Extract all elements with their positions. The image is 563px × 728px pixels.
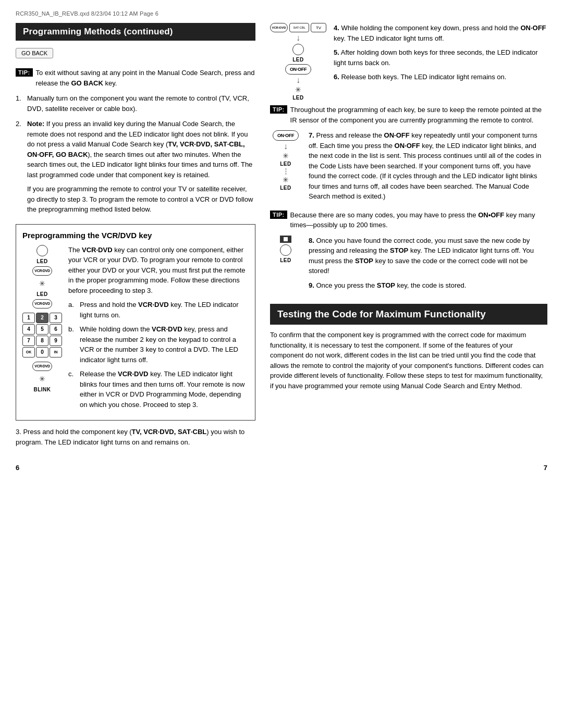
step7-diagram: ON·OFF ↓ ✳ LED ✳ LED xyxy=(270,130,301,206)
step4-text: 4. While holding the component key down,… xyxy=(334,23,547,43)
step3: 3. Press and hold the component key (TV,… xyxy=(16,427,255,447)
dial-step7: ✳ xyxy=(283,152,289,159)
on-off-btn-step4[interactable]: ON·OFF xyxy=(285,64,311,75)
preprogram-diagram: LED VCR·DVD ✳ LED xyxy=(22,245,62,414)
list-item: Note: If you press an invalid key during… xyxy=(16,119,255,215)
testing-title: Testing the Code for Maximum Functionali… xyxy=(270,304,547,325)
top-mode-buttons: VCR·DVD SAT·CBL TV xyxy=(270,23,326,32)
arrow-down-2: ↓ xyxy=(296,76,300,84)
step7-area: ON·OFF ↓ ✳ LED ✳ LED 7. Press and releas… xyxy=(270,130,547,206)
alpha-item-c: Release the VCR·DVD key. The LED indicat… xyxy=(68,369,249,410)
step6-text: 6. Release both keys. The LED indicator … xyxy=(334,72,547,82)
key-5[interactable]: 5 xyxy=(36,324,48,335)
arrow-down-1: ↓ xyxy=(296,34,300,42)
header-bar: RCR350_NA_IB_REVB.qxd 8/23/04 10:12 AM P… xyxy=(16,10,547,17)
vcr-dvd-button-3[interactable]: VCR·DVD xyxy=(32,362,52,371)
testing-text: To confirm that the component key is pro… xyxy=(270,330,547,391)
key-8[interactable]: 8 xyxy=(36,336,48,346)
key-1[interactable]: 1 xyxy=(22,313,35,323)
step9-text: 9. Once you press the STOP key, the code… xyxy=(309,280,547,291)
main-content: Programming Methods (continued) GO BACK … xyxy=(16,23,547,451)
preprogram-text: The VCR·DVD key can control only one com… xyxy=(68,245,249,414)
tip1-text: To exit without saving at any point in t… xyxy=(36,68,255,88)
left-column: Programming Methods (continued) GO BACK … xyxy=(16,23,255,451)
stop-button-diagram[interactable] xyxy=(280,236,291,243)
tip2-label: TIP: xyxy=(270,105,287,114)
right-column: VCR·DVD SAT·CBL TV ↓ LED ON·OFF ↓ ✳ LED xyxy=(270,23,547,451)
alpha-item-a: Press and hold the VCR·DVD key. The LED … xyxy=(68,300,249,320)
led-label-step7b: LED xyxy=(280,185,291,191)
arrow-step7: ↓ xyxy=(284,142,288,151)
page-number-right: 7 xyxy=(544,464,547,472)
blink-label: BLINK xyxy=(33,387,51,392)
page-numbers: 6 7 xyxy=(16,464,547,472)
vcr-dvd-button-2[interactable]: VCR·DVD xyxy=(32,299,52,309)
key-3[interactable]: 3 xyxy=(50,313,62,323)
led-label-2: LED xyxy=(36,291,48,297)
step3-text: 3. Press and hold the component key (TV,… xyxy=(16,427,255,447)
section-title: Programming Methods (continued) xyxy=(16,23,255,41)
stop-icon xyxy=(284,237,288,241)
dial-step4: ✳ xyxy=(295,86,301,93)
alpha-item-b: While holding down the VCR·DVD key, pres… xyxy=(68,324,249,365)
alpha-list: Press and hold the VCR·DVD key. The LED … xyxy=(68,300,249,410)
step8-area: LED 8. Once you have found the correct c… xyxy=(270,236,547,295)
preprogram-inner: LED VCR·DVD ✳ LED xyxy=(22,245,249,414)
preprogram-title: Preprogramming the VCR/DVD key xyxy=(22,231,249,240)
tip3-box: TIP: Because there are so many codes, yo… xyxy=(270,210,547,230)
led-label-step7: LED xyxy=(280,161,291,167)
header-text: RCR350_NA_IB_REVB.qxd 8/23/04 10:12 AM P… xyxy=(16,10,158,17)
preprogram-description: The VCR·DVD key can control only one com… xyxy=(68,245,249,296)
dial-step7b: ✳ xyxy=(283,176,289,183)
preprogram-box: Preprogramming the VCR/DVD key LED VCR·D… xyxy=(16,224,255,421)
step7-text-area: 7. Press and release the ON·OFF key repe… xyxy=(309,130,547,206)
dial-icon-1: ✳ xyxy=(39,280,45,287)
steps4-6-text: 4. While holding the component key down,… xyxy=(334,23,547,101)
keypad-grid: 1 2 3 4 5 6 7 8 9 OK 0 IN xyxy=(22,313,62,357)
list-item: Manually turn on the component you want … xyxy=(16,93,255,114)
instruction-list: Manually turn on the component you want … xyxy=(16,93,255,215)
page-number-left: 6 xyxy=(16,464,19,472)
on-off-btn-step7[interactable]: ON·OFF xyxy=(273,130,299,141)
step4-area: VCR·DVD SAT·CBL TV ↓ LED ON·OFF ↓ ✳ LED xyxy=(270,23,547,101)
led-circle-1 xyxy=(36,245,48,256)
tip3-label: TIP: xyxy=(270,211,287,219)
vcr-dvd-btn-top[interactable]: VCR·DVD xyxy=(270,23,288,32)
key-6[interactable]: 6 xyxy=(50,324,62,335)
led-circle-step8 xyxy=(280,244,291,256)
key-9[interactable]: 9 xyxy=(50,336,62,346)
sat-cbl-btn-top[interactable]: SAT·CBL xyxy=(289,23,309,32)
steps8-9-text: 8. Once you have found the correct code,… xyxy=(309,236,547,295)
go-back-button[interactable]: GO BACK xyxy=(16,48,53,58)
tip1-box: TIP: To exit without saving at any point… xyxy=(16,68,255,88)
tv-btn-top[interactable]: TV xyxy=(311,23,326,32)
step5-text: 5. After holding down both keys for thre… xyxy=(334,47,547,68)
key-input[interactable]: IN xyxy=(50,347,62,357)
key-ok[interactable]: OK xyxy=(22,347,35,357)
vcr-dvd-button-1[interactable]: VCR·DVD xyxy=(32,266,52,276)
tip1-label: TIP: xyxy=(16,68,33,77)
dashed-line-step7 xyxy=(286,168,286,175)
page: RCR350_NA_IB_REVB.qxd 8/23/04 10:12 AM P… xyxy=(0,0,563,728)
led-label-1: LED xyxy=(36,258,48,264)
key-0[interactable]: 0 xyxy=(36,347,48,357)
key-4[interactable]: 4 xyxy=(22,324,35,335)
step8-text: 8. Once you have found the correct code,… xyxy=(309,236,547,276)
tip2-box: TIP: Throughout the programming of each … xyxy=(270,105,547,125)
step4-diagram: VCR·DVD SAT·CBL TV ↓ LED ON·OFF ↓ ✳ LED xyxy=(270,23,326,101)
led-label-step4: LED xyxy=(292,57,304,63)
step7-text: 7. Press and release the ON·OFF key repe… xyxy=(309,130,547,202)
step8-diagram: LED xyxy=(270,236,301,295)
dial-icon-2: ✳ xyxy=(39,375,45,382)
tip2-text: Throughout the programming of each key, … xyxy=(290,105,547,125)
key-2[interactable]: 2 xyxy=(36,313,48,323)
key-7[interactable]: 7 xyxy=(22,336,35,346)
led-label-step4b: LED xyxy=(292,95,304,101)
led-circle-step4 xyxy=(292,44,304,55)
led-label-step8: LED xyxy=(280,257,291,263)
tip3-text: Because there are so many codes, you may… xyxy=(290,210,547,230)
